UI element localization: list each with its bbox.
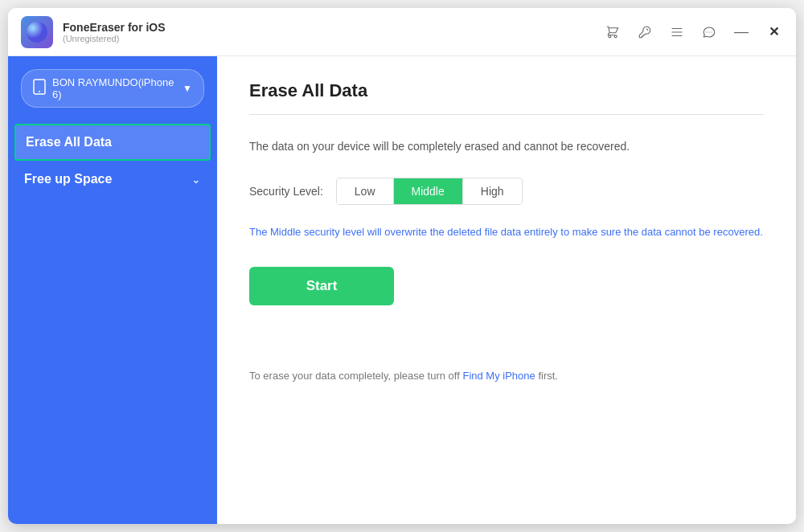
start-button[interactable]: Start <box>249 267 394 305</box>
sidebar-item-erase-label: Erase All Data <box>26 135 112 149</box>
free-up-chevron-icon: ⌄ <box>191 173 201 186</box>
security-btn-high[interactable]: High <box>463 178 522 204</box>
page-title: Erase All Data <box>249 80 764 101</box>
titlebar-controls: — ✕ <box>603 23 783 42</box>
security-level-row: Security Level: Low Middle High <box>249 178 764 205</box>
sidebar-item-free-label: Free up Space <box>24 172 112 186</box>
svg-point-0 <box>27 22 47 43</box>
footer-suffix: first. <box>535 370 558 382</box>
security-level-label: Security Level: <box>249 185 323 198</box>
footer-prefix: To erase your data completely, please tu… <box>249 370 462 382</box>
chat-icon[interactable] <box>699 23 719 42</box>
menu-icon[interactable] <box>667 23 687 42</box>
app-icon: 😊 <box>21 16 53 48</box>
warning-text: The data on your device will be complete… <box>249 137 764 155</box>
security-description: The Middle security level will overwrite… <box>249 224 764 241</box>
app-subtitle: (Unregistered) <box>63 34 166 43</box>
main-layout: BON RAYMUNDO(iPhone 6) ▼ Erase All Data … <box>8 56 796 524</box>
content-area: Erase All Data The data on your device w… <box>217 56 796 524</box>
app-window: 😊 FoneEraser for iOS (Unregistered) — ✕ <box>8 8 796 524</box>
sidebar: BON RAYMUNDO(iPhone 6) ▼ Erase All Data … <box>8 56 217 524</box>
close-button[interactable]: ✕ <box>764 23 783 42</box>
sidebar-item-erase-all-data[interactable]: Erase All Data <box>14 124 211 161</box>
app-name: FoneEraser for iOS <box>63 21 166 34</box>
security-btn-low[interactable]: Low <box>337 178 394 204</box>
sidebar-item-free-up-space[interactable]: Free up Space ⌄ <box>8 161 217 198</box>
security-buttons-group: Low Middle High <box>336 178 523 205</box>
titlebar: 😊 FoneEraser for iOS (Unregistered) — ✕ <box>8 8 796 56</box>
cart-icon[interactable] <box>603 23 622 42</box>
device-selector[interactable]: BON RAYMUNDO(iPhone 6) ▼ <box>21 69 204 108</box>
key-icon[interactable] <box>635 23 654 42</box>
app-info: FoneEraser for iOS (Unregistered) <box>63 21 166 43</box>
titlebar-left: 😊 FoneEraser for iOS (Unregistered) <box>21 16 166 48</box>
minimize-button[interactable]: — <box>732 23 751 42</box>
find-my-iphone-link[interactable]: Find My iPhone <box>462 370 535 382</box>
device-name-label: BON RAYMUNDO(iPhone 6) <box>52 76 176 100</box>
title-divider <box>249 114 764 115</box>
device-icon <box>33 79 46 98</box>
footer-note: To erase your data completely, please tu… <box>249 370 764 382</box>
device-chevron-icon: ▼ <box>183 83 192 94</box>
svg-point-3 <box>39 91 40 92</box>
security-btn-middle[interactable]: Middle <box>394 178 463 204</box>
